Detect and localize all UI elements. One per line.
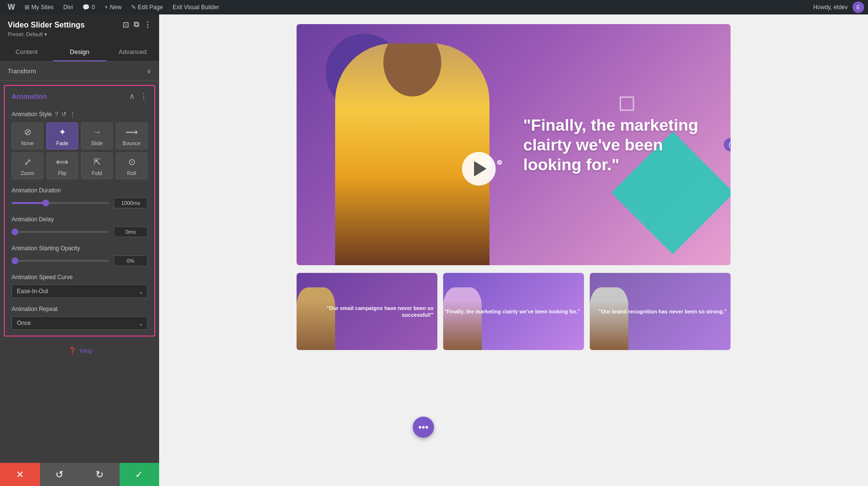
user-avatar[interactable]: E <box>853 1 864 13</box>
delay-slider[interactable] <box>12 231 109 233</box>
preset-dropdown[interactable]: Preset: Default ▾ <box>8 31 151 38</box>
speed-curve-select[interactable]: Ease-In-Out Linear Ease-In Ease-Out <box>12 284 148 298</box>
settings-panel: Video Slider Settings ⊡ ⧉ ⋮ Preset: Defa… <box>0 14 159 486</box>
bounce-icon: ⟿ <box>125 127 138 137</box>
edit-page-link[interactable]: ✎ Edit Page <box>127 0 167 14</box>
opacity-value[interactable]: 0% <box>114 256 148 266</box>
animation-opacity-field: Animation Starting Opacity 0% <box>5 243 154 272</box>
comments-link[interactable]: 💬 0 <box>79 0 99 14</box>
style-roll[interactable]: ⊙ Roll <box>116 152 148 179</box>
main-content: ✕ "Finally, the marketing clairty we've … <box>159 14 868 486</box>
thumb-person-3 <box>590 287 628 350</box>
monitor-icon[interactable]: ⊡ <box>122 20 129 29</box>
play-button[interactable] <box>462 152 496 186</box>
cancel-button[interactable]: ✕ <box>0 463 40 486</box>
style-fade[interactable]: ✦ Fade <box>46 122 78 149</box>
help-circle-icon: ❓ <box>68 347 76 354</box>
howdy-label: Howdy, etdev <box>813 4 848 11</box>
animation-header: Animation ∧ ⋮ <box>5 86 154 107</box>
duration-value[interactable]: 1000ms <box>114 198 148 208</box>
help-icon[interactable]: ? <box>54 110 58 118</box>
plus-icon: + <box>105 4 108 11</box>
pencil-icon: ✎ <box>131 4 136 11</box>
thumb-text-3: "Our brand recognition has never been so… <box>598 308 727 315</box>
save-button[interactable]: ✓ <box>120 463 160 486</box>
animation-duration-field: Animation Duration 1000ms <box>5 185 154 214</box>
tab-advanced[interactable]: Advanced <box>106 43 159 61</box>
animation-section: Animation ∧ ⋮ Animation Style ? ↺ ⋮ <box>4 85 155 337</box>
wp-icon: W <box>8 3 15 12</box>
repeat-select[interactable]: Once Loop Loop (Infinite) <box>12 316 148 330</box>
style-slide[interactable]: → Slide <box>81 122 113 149</box>
slider-quote: "Finally, the marketing clairty we've be… <box>523 115 706 174</box>
sites-icon: ⊞ <box>25 4 29 11</box>
zoom-icon: ⤢ <box>24 157 31 167</box>
thumbnail-3[interactable]: "Our brand recognition has never been so… <box>590 273 731 350</box>
animation-title: Animation <box>12 92 47 100</box>
none-icon: ⊘ <box>24 127 31 137</box>
fade-icon: ✦ <box>59 127 66 137</box>
my-sites-link[interactable]: ⊞ My Sites <box>21 0 57 14</box>
divi-link[interactable]: Divi <box>59 0 77 14</box>
expand-toggle[interactable]: ⟨⟩ <box>724 138 731 151</box>
panel-tabs: Content Design Advanced <box>0 43 159 62</box>
duration-slider[interactable] <box>12 202 109 204</box>
style-fold[interactable]: ⇱ Fold <box>81 152 113 179</box>
more-options-icon[interactable]: ⋮ <box>140 92 148 101</box>
fold-icon: ⇱ <box>94 157 101 167</box>
thumbnail-2[interactable]: "Finally, the marketing clairty we've be… <box>443 273 584 350</box>
columns-icon[interactable]: ⧉ <box>134 20 139 29</box>
thumbnail-row: "Our email campaigns have never been so … <box>297 273 731 350</box>
animation-delay-field: Animation Delay 0ms <box>5 214 154 243</box>
style-bounce[interactable]: ⟿ Bounce <box>116 122 148 149</box>
dot-control[interactable] <box>497 160 502 165</box>
thumb-person-1 <box>297 287 335 350</box>
reset-icon[interactable]: ↺ <box>61 110 67 118</box>
collapse-icon[interactable]: ∧ <box>129 92 135 101</box>
chevron-down-icon: ∨ <box>147 68 151 75</box>
tab-content[interactable]: Content <box>0 43 53 61</box>
animation-style-field: Animation Style ? ↺ ⋮ ⊘ None ✦ Fade <box>5 107 154 185</box>
field-more-icon[interactable]: ⋮ <box>69 110 76 118</box>
exit-builder-link[interactable]: Exit Visual Builder <box>169 0 223 14</box>
panel-actions: ✕ ↺ ↻ ✓ <box>0 463 159 486</box>
main-video-slider[interactable]: ✕ "Finally, the marketing clairty we've … <box>297 24 731 265</box>
undo-button[interactable]: ↺ <box>40 463 80 486</box>
person-head <box>383 43 441 96</box>
roll-icon: ⊙ <box>128 157 136 167</box>
thumb-text-1: "Our email campaigns have never been so … <box>297 305 434 319</box>
slide-icon: → <box>93 127 101 137</box>
square-shape <box>620 96 634 111</box>
style-zoom[interactable]: ⤢ Zoom <box>12 152 43 179</box>
more-icon[interactable]: ⋮ <box>144 20 151 29</box>
panel-header: Video Slider Settings ⊡ ⧉ ⋮ Preset: Defa… <box>0 14 159 43</box>
thumb-person-2 <box>443 287 482 350</box>
repeat-select-wrapper: Once Loop Loop (Infinite) ⌄ <box>12 316 148 330</box>
panel-title: Video Slider Settings ⊡ ⧉ ⋮ <box>8 20 151 29</box>
fab-button[interactable]: ••• <box>413 417 434 438</box>
speed-curve-select-wrapper: Ease-In-Out Linear Ease-In Ease-Out ⌄ <box>12 284 148 298</box>
panel-content: Transform ∨ Animation ∧ ⋮ Animation Styl… <box>0 62 159 463</box>
comment-icon: 💬 <box>82 4 90 11</box>
tab-design[interactable]: Design <box>53 43 106 61</box>
play-triangle-icon <box>474 161 487 176</box>
thumb-text-2: "Finally, the marketing clairty we've be… <box>444 308 580 315</box>
wp-logo[interactable]: W <box>4 0 19 14</box>
style-none[interactable]: ⊘ None <box>12 122 43 149</box>
thumbnail-1[interactable]: "Our email campaigns have never been so … <box>297 273 437 350</box>
style-flip[interactable]: ⟺ Flip <box>46 152 78 179</box>
animation-repeat-field: Animation Repeat Once Loop Loop (Infinit… <box>5 304 154 336</box>
opacity-slider[interactable] <box>12 260 109 262</box>
delay-value[interactable]: 0ms <box>114 227 148 237</box>
top-bar: W ⊞ My Sites Divi 💬 0 + New ✎ Edit Page … <box>0 0 868 14</box>
flip-icon: ⟺ <box>56 157 68 167</box>
animation-style-grid: ⊘ None ✦ Fade → Slide ⟿ <box>12 122 148 179</box>
transform-section-header[interactable]: Transform ∨ <box>0 62 159 81</box>
redo-button[interactable]: ↻ <box>80 463 120 486</box>
animation-speed-curve-field: Animation Speed Curve Ease-In-Out Linear… <box>5 272 154 304</box>
new-link[interactable]: + New <box>101 0 125 14</box>
help-link[interactable]: ❓ Help <box>0 340 159 361</box>
